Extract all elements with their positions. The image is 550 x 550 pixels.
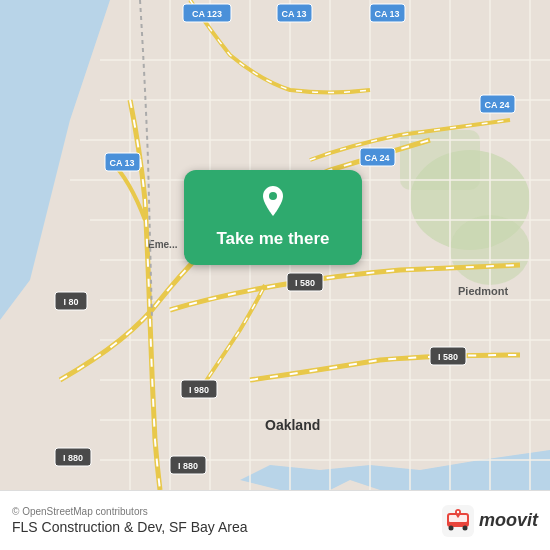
svg-text:CA 13: CA 13	[374, 9, 399, 19]
take-me-there-button[interactable]: Take me there	[184, 170, 362, 265]
moovit-logo-icon	[442, 505, 474, 537]
moovit-logo-text: moovit	[479, 510, 538, 531]
svg-point-55	[269, 192, 277, 200]
svg-text:Eme...: Eme...	[148, 239, 178, 250]
location-pin-icon	[260, 186, 286, 221]
button-label: Take me there	[216, 229, 329, 249]
svg-text:I 880: I 880	[178, 461, 198, 471]
copyright-text: © OpenStreetMap contributors	[12, 506, 248, 517]
svg-point-59	[448, 525, 453, 530]
svg-text:CA 13: CA 13	[281, 9, 306, 19]
map-container: CA 123 CA 13 CA 13 CA 13 CA 24 CA 24 I 8…	[0, 0, 550, 490]
svg-text:Oakland: Oakland	[265, 417, 320, 433]
svg-text:CA 123: CA 123	[192, 9, 222, 19]
footer: © OpenStreetMap contributors FLS Constru…	[0, 490, 550, 550]
svg-point-61	[457, 510, 459, 512]
svg-text:CA 24: CA 24	[364, 153, 389, 163]
svg-rect-5	[400, 130, 480, 190]
svg-text:Piedmont: Piedmont	[458, 285, 508, 297]
svg-text:I 980: I 980	[189, 385, 209, 395]
svg-text:CA 13: CA 13	[109, 158, 134, 168]
svg-point-60	[462, 525, 467, 530]
svg-text:I 80: I 80	[63, 297, 78, 307]
svg-text:CA 24: CA 24	[484, 100, 509, 110]
location-label: FLS Construction & Dev, SF Bay Area	[12, 519, 248, 535]
svg-text:I 580: I 580	[295, 278, 315, 288]
footer-left: © OpenStreetMap contributors FLS Constru…	[12, 506, 248, 535]
svg-text:I 580: I 580	[438, 352, 458, 362]
moovit-logo: moovit	[442, 505, 538, 537]
svg-text:I 880: I 880	[63, 453, 83, 463]
